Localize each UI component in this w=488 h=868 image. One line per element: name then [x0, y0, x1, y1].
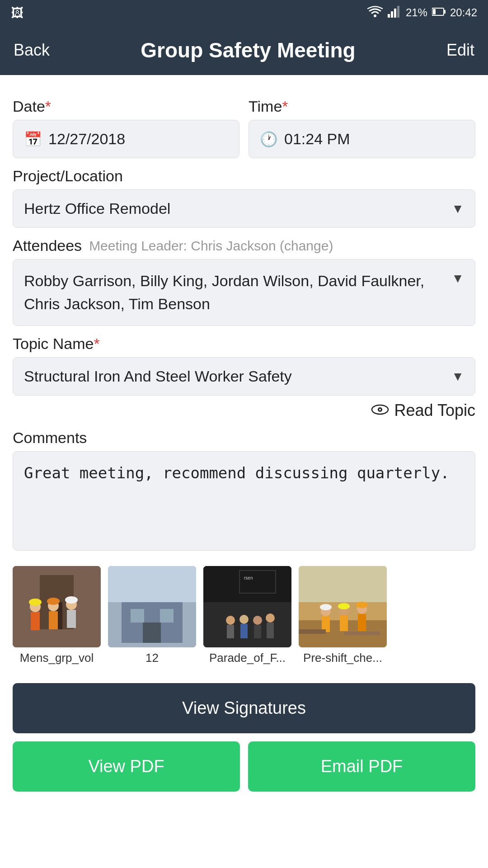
battery-percent: 21% — [406, 6, 427, 19]
attendees-dropdown[interactable]: Robby Garrison, Billy King, Jordan Wilso… — [13, 259, 475, 326]
view-pdf-button[interactable]: View PDF — [13, 741, 240, 792]
photo-thumb-3[interactable]: rsen — [203, 566, 291, 647]
svg-rect-1 — [388, 14, 390, 18]
time-label: Time* — [249, 98, 475, 115]
svg-point-40 — [266, 613, 275, 623]
view-signatures-button[interactable]: View Signatures — [13, 683, 475, 733]
svg-point-22 — [65, 596, 78, 604]
read-topic-row[interactable]: Read Topic — [13, 401, 475, 420]
svg-rect-29 — [108, 566, 196, 602]
wifi-icon — [367, 5, 383, 20]
svg-rect-15 — [31, 612, 40, 630]
svg-rect-55 — [344, 632, 380, 635]
battery-icon — [432, 6, 446, 19]
svg-point-53 — [356, 602, 368, 608]
svg-rect-49 — [340, 615, 348, 631]
svg-point-36 — [239, 615, 249, 624]
pdf-buttons-row: View PDF Email PDF — [13, 741, 475, 792]
photo-label-3: Parade_of_F... — [209, 651, 286, 665]
page-title: Group Safety Meeting — [50, 38, 446, 62]
photo-label-4: Pre-shift_che... — [303, 651, 382, 665]
svg-rect-44 — [299, 566, 387, 602]
svg-point-0 — [374, 14, 376, 17]
photo-thumb-2[interactable] — [108, 566, 196, 647]
gallery-icon: 🖼 — [11, 5, 23, 20]
svg-rect-27 — [160, 609, 174, 623]
svg-rect-2 — [391, 11, 393, 18]
svg-point-50 — [338, 603, 350, 609]
project-location-dropdown[interactable]: Hertz Office Remodel ▼ — [13, 189, 475, 228]
date-time-row: Date* 📅 12/27/2018 Time* 🕐 01:24 PM — [13, 89, 475, 158]
svg-point-21 — [47, 598, 60, 605]
photo-label-2: 12 — [145, 651, 159, 665]
photo-thumb-4[interactable] — [299, 566, 387, 647]
back-button[interactable]: Back — [14, 41, 50, 60]
edit-button[interactable]: Edit — [446, 41, 474, 60]
photos-row: Mens_grp_vol 12 — [13, 566, 475, 665]
topic-name-value: Structural Iron And Steel Worker Safety — [24, 368, 292, 385]
attendees-label-row: Attendees Meeting Leader: Chris Jackson … — [13, 237, 475, 255]
comments-textarea[interactable]: Great meeting, recommend discussing quar… — [13, 451, 475, 551]
svg-rect-35 — [227, 625, 234, 638]
svg-rect-52 — [358, 614, 366, 631]
photo-thumb-1[interactable] — [13, 566, 101, 647]
svg-rect-37 — [240, 624, 248, 638]
comments-label: Comments — [13, 429, 475, 447]
project-location-value: Hertz Office Remodel — [24, 200, 170, 217]
time-display: 20:42 — [450, 6, 477, 19]
svg-rect-4 — [397, 6, 399, 18]
dropdown-arrow-icon: ▼ — [451, 202, 464, 216]
svg-rect-41 — [267, 623, 274, 638]
topic-name-label: Topic Name* — [13, 335, 475, 353]
photo-item-3[interactable]: rsen Parade_of_F... — [203, 566, 291, 665]
svg-rect-54 — [299, 629, 326, 634]
time-value: 01:24 PM — [284, 130, 350, 148]
project-location-label: Project/Location — [13, 167, 475, 185]
attendees-dropdown-arrow-icon: ▼ — [451, 271, 464, 286]
svg-point-10 — [379, 409, 381, 410]
svg-rect-7 — [433, 9, 436, 14]
photo-item-1[interactable]: Mens_grp_vol — [13, 566, 101, 665]
svg-point-38 — [253, 616, 262, 625]
photo-label-1: Mens_grp_vol — [20, 651, 94, 665]
svg-point-47 — [320, 604, 332, 610]
photo-item-2[interactable]: 12 — [108, 566, 196, 665]
svg-rect-32 — [239, 571, 276, 593]
time-input[interactable]: 🕐 01:24 PM — [249, 120, 475, 158]
svg-rect-3 — [394, 9, 396, 18]
email-pdf-button[interactable]: Email PDF — [248, 741, 475, 792]
svg-point-20 — [29, 599, 42, 606]
attendees-value: Robby Garrison, Billy King, Jordan Wilso… — [24, 269, 451, 316]
svg-text:rsen: rsen — [244, 576, 253, 580]
time-col: Time* 🕐 01:24 PM — [249, 89, 475, 158]
read-topic-label: Read Topic — [394, 401, 475, 420]
svg-rect-26 — [131, 609, 144, 623]
topic-name-dropdown[interactable]: Structural Iron And Steel Worker Safety … — [13, 357, 475, 396]
svg-rect-19 — [67, 610, 76, 628]
svg-rect-28 — [143, 623, 161, 643]
topic-dropdown-arrow-icon: ▼ — [451, 369, 464, 384]
svg-rect-17 — [49, 611, 58, 629]
status-icons: 21% 20:42 — [367, 5, 477, 20]
svg-rect-39 — [254, 625, 261, 638]
calendar-icon: 📅 — [24, 131, 42, 148]
nav-bar: Back Group Safety Meeting Edit — [0, 25, 488, 75]
meeting-leader-text[interactable]: Meeting Leader: Chris Jackson (change) — [89, 238, 333, 254]
date-input[interactable]: 📅 12/27/2018 — [13, 120, 239, 158]
svg-point-34 — [226, 616, 235, 625]
eye-icon — [371, 402, 389, 420]
photo-item-4[interactable]: Pre-shift_che... — [299, 566, 387, 665]
date-value: 12/27/2018 — [48, 130, 125, 148]
svg-rect-6 — [444, 10, 446, 14]
signal-icon — [388, 5, 401, 20]
main-content: Date* 📅 12/27/2018 Time* 🕐 01:24 PM Proj… — [0, 75, 488, 805]
status-bar: 🖼 21% — [0, 0, 488, 25]
date-label: Date* — [13, 98, 239, 115]
bottom-buttons: View Signatures View PDF Email PDF — [13, 683, 475, 792]
attendees-label: Attendees — [13, 237, 82, 255]
date-col: Date* 📅 12/27/2018 — [13, 89, 239, 158]
clock-icon: 🕐 — [260, 131, 278, 148]
